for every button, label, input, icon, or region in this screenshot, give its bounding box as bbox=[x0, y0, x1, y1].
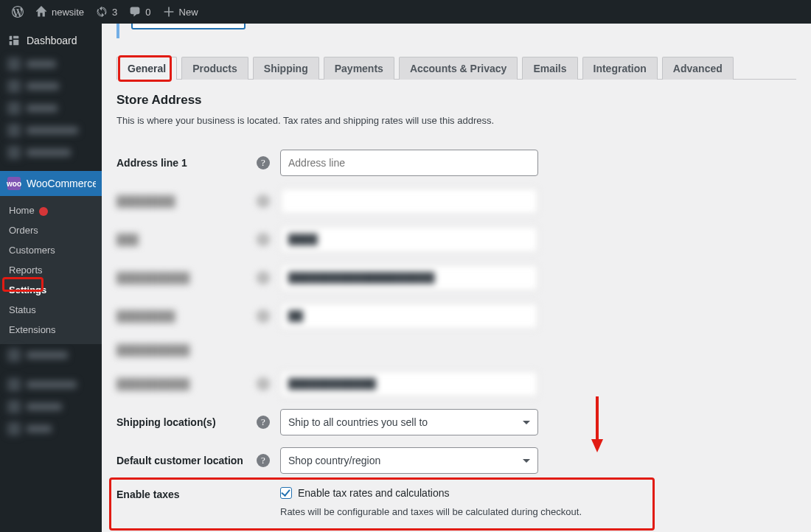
sidebar-sub-home[interactable]: Home bbox=[0, 200, 102, 220]
help-icon[interactable]: ? bbox=[257, 156, 270, 169]
site-name-text: newsite bbox=[52, 7, 84, 18]
sidebar-blur-7 bbox=[0, 374, 102, 396]
row-blur-6: ██████████ ? bbox=[116, 365, 796, 403]
tab-payments[interactable]: Payments bbox=[324, 57, 394, 80]
row-blur-1: ████████ ? bbox=[116, 182, 796, 220]
sidebar-blur-2 bbox=[0, 75, 102, 97]
woo-label: WooCommerce bbox=[27, 178, 98, 189]
notice-button-remnant bbox=[131, 24, 246, 29]
shipping-locations-label: Shipping location(s) bbox=[116, 416, 257, 428]
home-notification-dot bbox=[39, 207, 48, 216]
blur-input bbox=[280, 265, 538, 291]
help-icon-blur: ? bbox=[257, 233, 270, 246]
enable-taxes-label: Enable taxes bbox=[116, 487, 257, 500]
tab-products[interactable]: Products bbox=[181, 57, 248, 80]
tab-integration[interactable]: Integration bbox=[582, 57, 658, 80]
sidebar-sub-extensions[interactable]: Extensions bbox=[0, 320, 102, 340]
default-customer-location-select[interactable]: Shop country/region bbox=[280, 447, 538, 474]
blur-label: ██████████ bbox=[116, 378, 257, 390]
sidebar-sub-settings[interactable]: Settings bbox=[0, 280, 102, 300]
sidebar-item-woocommerce[interactable]: woo WooCommerce bbox=[0, 171, 102, 196]
sidebar-sub-status[interactable]: Status bbox=[0, 300, 102, 320]
row-blur-2: ███ ? bbox=[116, 220, 796, 259]
row-blur-4: ████████ ? bbox=[116, 297, 796, 335]
sidebar-blur-4 bbox=[0, 119, 102, 141]
address1-label: Address line 1 bbox=[116, 157, 257, 169]
new-link[interactable]: New bbox=[157, 0, 204, 24]
help-icon-blur: ? bbox=[257, 271, 270, 284]
notice-remnant bbox=[116, 24, 811, 38]
wordpress-icon bbox=[12, 6, 24, 18]
help-icon-blur: ? bbox=[257, 377, 270, 391]
sidebar-blur-3 bbox=[0, 97, 102, 119]
site-name-link[interactable]: newsite bbox=[29, 0, 90, 24]
sidebar-sub-customers[interactable]: Customers bbox=[0, 240, 102, 260]
help-icon[interactable]: ? bbox=[257, 416, 270, 429]
main-content: General Products Shipping Payments Accou… bbox=[102, 24, 811, 532]
blur-label: ███ bbox=[116, 234, 257, 245]
row-blur-3: ██████████ ? bbox=[116, 259, 796, 297]
wp-logo[interactable] bbox=[6, 0, 29, 24]
woo-badge-icon: woo bbox=[7, 177, 21, 190]
comments-count: 0 bbox=[145, 7, 150, 18]
dashboard-label: Dashboard bbox=[27, 35, 77, 46]
updates-link[interactable]: 3 bbox=[90, 0, 123, 24]
tab-advanced[interactable]: Advanced bbox=[662, 57, 734, 80]
blur-label: ██████████ bbox=[116, 344, 257, 356]
svg-marker-1 bbox=[591, 439, 603, 452]
help-icon[interactable]: ? bbox=[257, 454, 270, 467]
sidebar-blur-5 bbox=[0, 141, 102, 164]
sidebar-blur-1 bbox=[0, 53, 102, 75]
row-address-line-1: Address line 1 ? bbox=[116, 144, 796, 182]
sidebar-blur-6 bbox=[0, 344, 102, 366]
enable-taxes-checkbox-row[interactable]: Enable tax rates and calculations bbox=[280, 487, 664, 499]
row-enable-taxes: Enable taxes Enable tax rates and calcul… bbox=[116, 480, 796, 518]
sidebar-sub-orders[interactable]: Orders bbox=[0, 220, 102, 240]
blur-input bbox=[280, 371, 538, 397]
sidebar-item-dashboard[interactable]: Dashboard bbox=[0, 28, 102, 53]
dashboard-icon bbox=[7, 34, 21, 47]
tab-accounts-privacy[interactable]: Accounts & Privacy bbox=[399, 57, 518, 80]
updates-icon bbox=[96, 6, 108, 18]
help-icon-blur: ? bbox=[257, 309, 270, 323]
sidebar-blur-9 bbox=[0, 418, 102, 440]
annotation-arrow bbox=[590, 396, 608, 458]
admin-sidebar: Dashboard woo WooCommerce Home Orders Cu… bbox=[0, 24, 102, 532]
tab-emails[interactable]: Emails bbox=[522, 57, 577, 80]
comments-link[interactable]: 0 bbox=[123, 0, 156, 24]
woo-submenu: Home Orders Customers Reports Settings S… bbox=[0, 196, 102, 344]
blur-input bbox=[280, 188, 538, 214]
sidebar-blur-8 bbox=[0, 396, 102, 418]
enable-taxes-checkbox[interactable] bbox=[280, 487, 292, 499]
tab-shipping[interactable]: Shipping bbox=[253, 57, 319, 80]
settings-tabs: General Products Shipping Payments Accou… bbox=[116, 56, 796, 80]
blur-input bbox=[280, 226, 538, 253]
shipping-locations-select[interactable]: Ship to all countries you sell to bbox=[280, 409, 538, 435]
store-address-desc: This is where your business is located. … bbox=[116, 115, 796, 126]
tab-general[interactable]: General bbox=[116, 57, 177, 80]
home-icon bbox=[35, 6, 47, 18]
comments-icon bbox=[129, 6, 141, 18]
blur-input bbox=[280, 303, 538, 329]
enable-taxes-helper: Rates will be configurable and taxes wil… bbox=[280, 506, 664, 517]
new-label: New bbox=[179, 7, 198, 18]
default-customer-location-label: Default customer location bbox=[116, 455, 257, 466]
blur-label: ██████████ bbox=[116, 272, 257, 284]
sidebar-sub-reports[interactable]: Reports bbox=[0, 260, 102, 280]
row-default-customer-location: Default customer location ? Shop country… bbox=[116, 441, 796, 480]
row-shipping-locations: Shipping location(s) ? Ship to all count… bbox=[116, 403, 796, 441]
store-address-heading: Store Address bbox=[116, 93, 796, 108]
enable-taxes-checkbox-label: Enable tax rates and calculations bbox=[298, 487, 449, 499]
home-label-text: Home bbox=[9, 205, 35, 216]
default-customer-location-value: Shop country/region bbox=[288, 455, 380, 466]
shipping-locations-value: Ship to all countries you sell to bbox=[288, 416, 428, 428]
updates-count: 3 bbox=[112, 7, 117, 18]
help-icon-blur: ? bbox=[257, 195, 270, 208]
blur-label: ████████ bbox=[116, 195, 257, 207]
address1-input[interactable] bbox=[280, 150, 538, 176]
plus-icon bbox=[163, 6, 175, 18]
blur-label: ████████ bbox=[116, 310, 257, 322]
row-blur-5: ██████████ bbox=[116, 335, 796, 365]
